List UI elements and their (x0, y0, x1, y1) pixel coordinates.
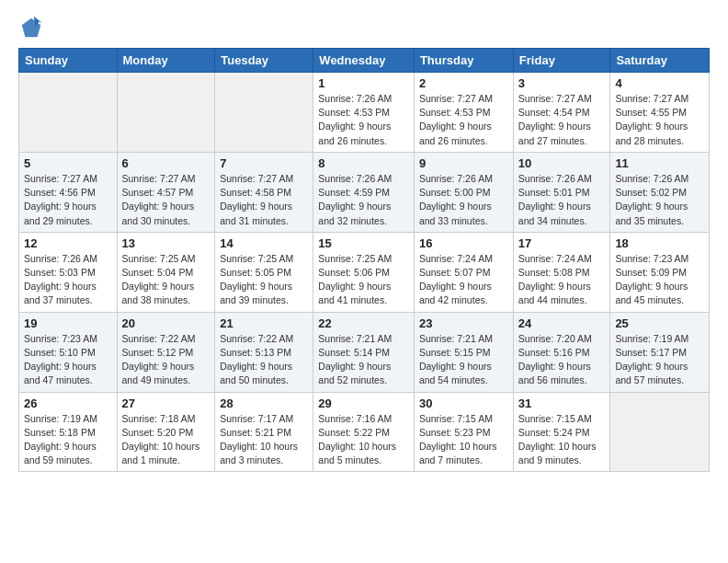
calendar-cell: 10Sunrise: 7:26 AMSunset: 5:01 PMDayligh… (513, 152, 610, 232)
cell-content: Sunrise: 7:20 AMSunset: 5:16 PMDaylight:… (518, 332, 606, 388)
calendar-cell: 20Sunrise: 7:22 AMSunset: 5:12 PMDayligh… (117, 312, 215, 392)
calendar-cell: 23Sunrise: 7:21 AMSunset: 5:15 PMDayligh… (414, 312, 513, 392)
day-number: 26 (24, 396, 112, 410)
page: SundayMondayTuesdayWednesdayThursdayFrid… (0, 0, 728, 487)
cell-content: Sunrise: 7:18 AMSunset: 5:20 PMDaylight:… (122, 412, 210, 468)
day-number: 8 (318, 156, 409, 170)
week-row-5: 26Sunrise: 7:19 AMSunset: 5:18 PMDayligh… (19, 392, 710, 472)
cell-content: Sunrise: 7:26 AMSunset: 5:02 PMDaylight:… (615, 172, 704, 228)
day-number: 28 (220, 396, 308, 410)
day-number: 24 (518, 316, 606, 330)
calendar-cell (215, 73, 313, 153)
day-number: 27 (122, 396, 210, 410)
day-number: 10 (518, 156, 606, 170)
day-number: 2 (419, 76, 508, 90)
cell-content: Sunrise: 7:15 AMSunset: 5:23 PMDaylight:… (419, 412, 508, 468)
cell-content: Sunrise: 7:21 AMSunset: 5:15 PMDaylight:… (419, 332, 508, 388)
cell-content: Sunrise: 7:19 AMSunset: 5:17 PMDaylight:… (615, 332, 704, 388)
header (18, 15, 710, 40)
cell-content: Sunrise: 7:22 AMSunset: 5:13 PMDaylight:… (220, 332, 308, 388)
day-number: 19 (24, 316, 112, 330)
weekday-thursday: Thursday (414, 49, 513, 73)
calendar-cell: 28Sunrise: 7:17 AMSunset: 5:21 PMDayligh… (215, 392, 313, 472)
cell-content: Sunrise: 7:24 AMSunset: 5:08 PMDaylight:… (518, 252, 606, 308)
cell-content: Sunrise: 7:27 AMSunset: 4:57 PMDaylight:… (122, 172, 210, 228)
calendar-cell: 17Sunrise: 7:24 AMSunset: 5:08 PMDayligh… (513, 232, 610, 312)
cell-content: Sunrise: 7:26 AMSunset: 5:00 PMDaylight:… (419, 172, 508, 228)
calendar-cell: 7Sunrise: 7:27 AMSunset: 4:58 PMDaylight… (215, 152, 313, 232)
calendar-cell: 22Sunrise: 7:21 AMSunset: 5:14 PMDayligh… (313, 312, 415, 392)
calendar-cell: 5Sunrise: 7:27 AMSunset: 4:56 PMDaylight… (19, 152, 118, 232)
cell-content: Sunrise: 7:22 AMSunset: 5:12 PMDaylight:… (122, 332, 210, 388)
day-number: 11 (615, 156, 704, 170)
calendar-cell: 27Sunrise: 7:18 AMSunset: 5:20 PMDayligh… (117, 392, 215, 472)
cell-content: Sunrise: 7:27 AMSunset: 4:56 PMDaylight:… (24, 172, 112, 228)
day-number: 21 (220, 316, 308, 330)
calendar-cell: 19Sunrise: 7:23 AMSunset: 5:10 PMDayligh… (19, 312, 118, 392)
cell-content: Sunrise: 7:15 AMSunset: 5:24 PMDaylight:… (518, 412, 606, 468)
calendar-cell: 4Sunrise: 7:27 AMSunset: 4:55 PMDaylight… (610, 73, 710, 153)
weekday-monday: Monday (117, 49, 215, 73)
day-number: 9 (419, 156, 508, 170)
day-number: 23 (419, 316, 508, 330)
calendar-cell: 3Sunrise: 7:27 AMSunset: 4:54 PMDaylight… (513, 73, 610, 153)
calendar-cell: 12Sunrise: 7:26 AMSunset: 5:03 PMDayligh… (19, 232, 118, 312)
cell-content: Sunrise: 7:21 AMSunset: 5:14 PMDaylight:… (318, 332, 409, 388)
cell-content: Sunrise: 7:16 AMSunset: 5:22 PMDaylight:… (318, 412, 409, 468)
calendar-cell: 14Sunrise: 7:25 AMSunset: 5:05 PMDayligh… (215, 232, 313, 312)
day-number: 31 (518, 396, 606, 410)
calendar-cell: 21Sunrise: 7:22 AMSunset: 5:13 PMDayligh… (215, 312, 313, 392)
day-number: 12 (24, 236, 112, 250)
cell-content: Sunrise: 7:17 AMSunset: 5:21 PMDaylight:… (220, 412, 308, 468)
logo (18, 15, 48, 40)
cell-content: Sunrise: 7:27 AMSunset: 4:58 PMDaylight:… (220, 172, 308, 228)
day-number: 29 (318, 396, 409, 410)
calendar-cell: 30Sunrise: 7:15 AMSunset: 5:23 PMDayligh… (414, 392, 513, 472)
calendar-cell: 24Sunrise: 7:20 AMSunset: 5:16 PMDayligh… (513, 312, 610, 392)
day-number: 16 (419, 236, 508, 250)
day-number: 4 (615, 76, 704, 90)
calendar-cell: 15Sunrise: 7:25 AMSunset: 5:06 PMDayligh… (313, 232, 415, 312)
calendar-cell (117, 73, 215, 153)
cell-content: Sunrise: 7:25 AMSunset: 5:05 PMDaylight:… (220, 252, 308, 308)
day-number: 18 (615, 236, 704, 250)
week-row-3: 12Sunrise: 7:26 AMSunset: 5:03 PMDayligh… (19, 232, 710, 312)
calendar-cell: 31Sunrise: 7:15 AMSunset: 5:24 PMDayligh… (513, 392, 610, 472)
day-number: 13 (122, 236, 210, 250)
cell-content: Sunrise: 7:27 AMSunset: 4:53 PMDaylight:… (419, 92, 508, 148)
weekday-saturday: Saturday (610, 49, 710, 73)
cell-content: Sunrise: 7:25 AMSunset: 5:06 PMDaylight:… (318, 252, 409, 308)
calendar-cell: 9Sunrise: 7:26 AMSunset: 5:00 PMDaylight… (414, 152, 513, 232)
calendar-cell: 8Sunrise: 7:26 AMSunset: 4:59 PMDaylight… (313, 152, 415, 232)
weekday-sunday: Sunday (19, 49, 118, 73)
cell-content: Sunrise: 7:26 AMSunset: 5:01 PMDaylight:… (518, 172, 606, 228)
week-row-1: 1Sunrise: 7:26 AMSunset: 4:53 PMDaylight… (19, 73, 710, 153)
day-number: 3 (518, 76, 606, 90)
calendar-cell: 18Sunrise: 7:23 AMSunset: 5:09 PMDayligh… (610, 232, 710, 312)
cell-content: Sunrise: 7:25 AMSunset: 5:04 PMDaylight:… (122, 252, 210, 308)
weekday-tuesday: Tuesday (215, 49, 313, 73)
cell-content: Sunrise: 7:23 AMSunset: 5:10 PMDaylight:… (24, 332, 112, 388)
day-number: 30 (419, 396, 508, 410)
logo-icon (18, 15, 44, 40)
day-number: 1 (318, 76, 409, 90)
calendar-cell: 29Sunrise: 7:16 AMSunset: 5:22 PMDayligh… (313, 392, 415, 472)
cell-content: Sunrise: 7:24 AMSunset: 5:07 PMDaylight:… (419, 252, 508, 308)
day-number: 14 (220, 236, 308, 250)
day-number: 20 (122, 316, 210, 330)
cell-content: Sunrise: 7:27 AMSunset: 4:54 PMDaylight:… (518, 92, 606, 148)
day-number: 25 (615, 316, 704, 330)
calendar-cell: 6Sunrise: 7:27 AMSunset: 4:57 PMDaylight… (117, 152, 215, 232)
calendar-cell: 16Sunrise: 7:24 AMSunset: 5:07 PMDayligh… (414, 232, 513, 312)
cell-content: Sunrise: 7:26 AMSunset: 4:53 PMDaylight:… (318, 92, 409, 148)
calendar-table: SundayMondayTuesdayWednesdayThursdayFrid… (18, 48, 710, 472)
cell-content: Sunrise: 7:19 AMSunset: 5:18 PMDaylight:… (24, 412, 112, 468)
day-number: 7 (220, 156, 308, 170)
weekday-wednesday: Wednesday (313, 49, 415, 73)
week-row-2: 5Sunrise: 7:27 AMSunset: 4:56 PMDaylight… (19, 152, 710, 232)
weekday-friday: Friday (513, 49, 610, 73)
weekday-header-row: SundayMondayTuesdayWednesdayThursdayFrid… (19, 49, 710, 73)
cell-content: Sunrise: 7:27 AMSunset: 4:55 PMDaylight:… (615, 92, 704, 148)
cell-content: Sunrise: 7:26 AMSunset: 5:03 PMDaylight:… (24, 252, 112, 308)
calendar-cell (19, 73, 118, 153)
